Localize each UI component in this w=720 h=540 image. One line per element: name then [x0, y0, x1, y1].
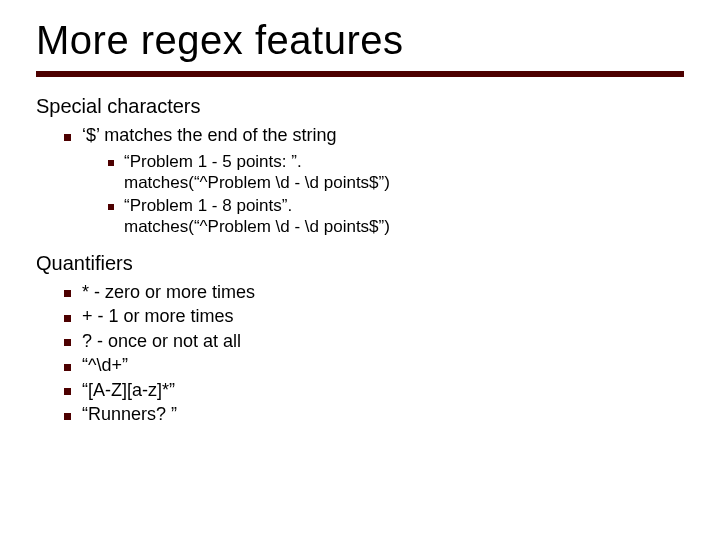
list-item: “[A-Z][a-z]*” [82, 379, 684, 402]
list-item-text: * - zero or more times [82, 282, 255, 302]
list-item-text: “Problem 1 - 8 points”. matches(“^Proble… [124, 196, 390, 236]
list-item: ? - once or not at all [82, 330, 684, 353]
slide: More regex features Special characters ‘… [0, 0, 720, 540]
list-item: “^\d+” [82, 354, 684, 377]
title-rule [36, 71, 684, 77]
list-item-text: + - 1 or more times [82, 306, 234, 326]
section-heading-special-characters: Special characters [36, 95, 684, 118]
list-item: ‘$’ matches the end of the string “Probl… [82, 124, 684, 238]
list-item-text: “^\d+” [82, 355, 128, 375]
list-special-characters: ‘$’ matches the end of the string “Probl… [36, 124, 684, 238]
list-item-text: “[A-Z][a-z]*” [82, 380, 175, 400]
list-item-text: ? - once or not at all [82, 331, 241, 351]
sublist: “Problem 1 - 5 points: ”. matches(“^Prob… [82, 151, 684, 238]
section-heading-quantifiers: Quantifiers [36, 252, 684, 275]
list-item: * - zero or more times [82, 281, 684, 304]
list-item: “Problem 1 - 5 points: ”. matches(“^Prob… [124, 151, 684, 194]
slide-title: More regex features [36, 18, 684, 65]
list-item: “Problem 1 - 8 points”. matches(“^Proble… [124, 195, 684, 238]
list-item-text: ‘$’ matches the end of the string [82, 125, 336, 145]
list-item: + - 1 or more times [82, 305, 684, 328]
list-quantifiers: * - zero or more times + - 1 or more tim… [36, 281, 684, 426]
list-item: “Runners? ” [82, 403, 684, 426]
list-item-text: “Runners? ” [82, 404, 177, 424]
list-item-text: “Problem 1 - 5 points: ”. matches(“^Prob… [124, 152, 390, 192]
